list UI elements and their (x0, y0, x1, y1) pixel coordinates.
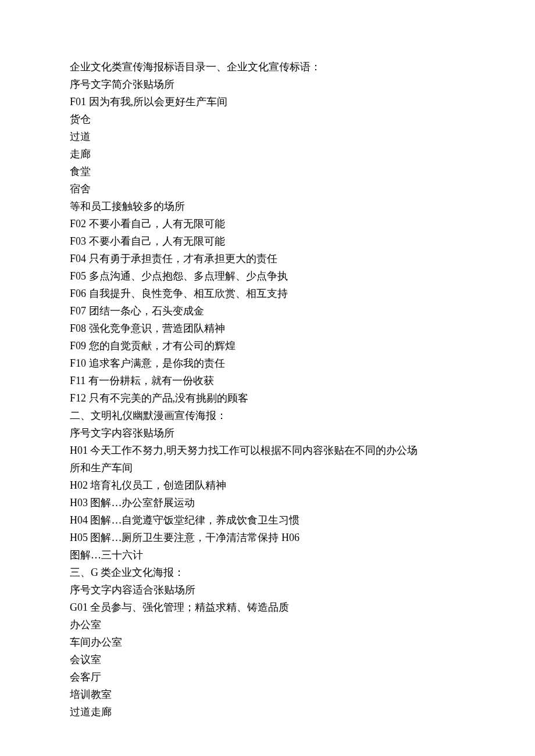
text-line: 走廊 (70, 145, 465, 163)
text-line: H05 图解…厕所卫生要注意，干净清洁常保持 H06 (70, 529, 465, 546)
text-line: 图解…三十六计 (70, 546, 465, 564)
text-line: F08 强化竞争意识，营造团队精神 (70, 320, 465, 337)
text-line: F12 只有不完美的产品,没有挑剔的顾客 (70, 389, 465, 407)
text-line: F04 只有勇于承担责任，才有承担更大的责任 (70, 250, 465, 267)
text-line: 二、文明礼仪幽默漫画宣传海报： (70, 407, 465, 424)
text-line: 过道走廊 (70, 703, 465, 721)
text-line: 食堂 (70, 163, 465, 180)
text-line: H01 今天工作不努力,明天努力找工作可以根据不同内容张贴在不同的办公场 (70, 442, 465, 459)
text-line: 序号文字简介张贴场所 (70, 76, 465, 93)
text-line: 序号文字内容适合张贴场所 (70, 581, 465, 599)
text-line: 会客厅 (70, 668, 465, 686)
text-line: 等和员工接触较多的场所 (70, 198, 465, 215)
text-line: 宿舍 (70, 180, 465, 198)
text-line: 车间办公室 (70, 633, 465, 651)
text-line: H02 培育礼仪员工，创造团队精神 (70, 476, 465, 494)
text-line: 货仓 (70, 110, 465, 128)
text-line: F05 多点沟通、少点抱怨、多点理解、少点争执 (70, 267, 465, 285)
text-line: G01 全员参与、强化管理；精益求精、铸造品质 (70, 599, 465, 616)
text-line: 三、G 类企业文化海报： (70, 564, 465, 581)
text-line: F03 不要小看自己，人有无限可能 (70, 232, 465, 250)
text-line: F11 有一份耕耘，就有一份收获 (70, 372, 465, 389)
text-line: 企业文化类宣传海报标语目录一、企业文化宣传标语： (70, 58, 465, 76)
text-line: F07 团结一条心，石头变成金 (70, 302, 465, 320)
text-line: F09 您的自觉贡献，才有公司的辉煌 (70, 337, 465, 354)
text-line: F10 追求客户满意，是你我的责任 (70, 354, 465, 372)
text-line: F06 自我提升、良性竞争、相互欣赏、相互支持 (70, 285, 465, 302)
text-line: H03 图解…办公室舒展运动 (70, 494, 465, 511)
document-page: 企业文化类宣传海报标语目录一、企业文化宣传标语： 序号文字简介张贴场所 F01 … (0, 0, 535, 755)
text-line: F02 不要小看自己，人有无限可能 (70, 215, 465, 232)
text-line: 序号文字内容张贴场所 (70, 424, 465, 442)
text-line: 会议室 (70, 651, 465, 668)
text-line: 培训教室 (70, 686, 465, 703)
text-line: F01 因为有我,所以会更好生产车间 (70, 93, 465, 110)
text-line: 过道 (70, 128, 465, 145)
text-line: H04 图解…自觉遵守饭堂纪律，养成饮食卫生习惯 (70, 511, 465, 529)
text-line: 所和生产车间 (70, 459, 465, 476)
text-line: 办公室 (70, 616, 465, 633)
